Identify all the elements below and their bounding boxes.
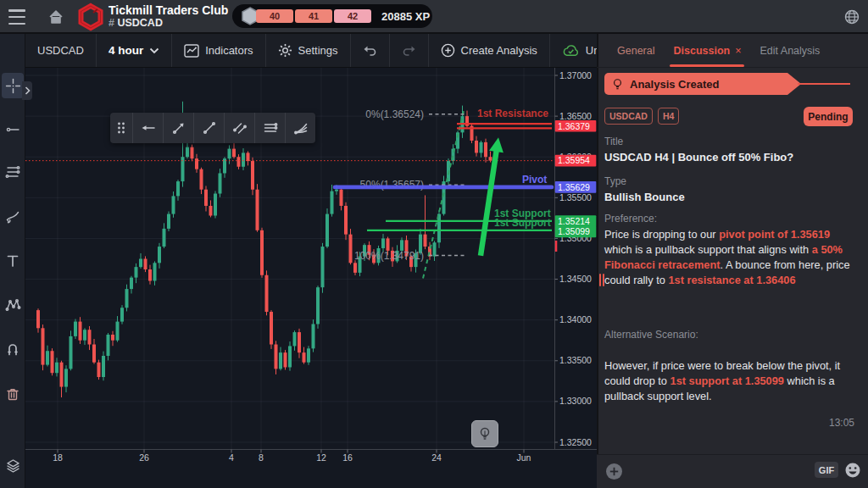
menu-icon[interactable] xyxy=(8,9,25,25)
pattern-tool[interactable] xyxy=(2,292,24,318)
undo-icon xyxy=(363,44,377,57)
symbol-button[interactable]: USDCAD xyxy=(25,34,97,67)
panel-scroll-indicator xyxy=(599,274,601,286)
undo-button[interactable] xyxy=(351,34,390,67)
indicators-icon xyxy=(184,44,199,58)
level-1st-resistance[interactable]: 1st Resistance xyxy=(457,108,552,129)
axis-alert-marker xyxy=(555,241,558,252)
banner-label: Analysis Created xyxy=(630,78,720,91)
channel-name: USDCAD xyxy=(117,17,162,29)
svg-text:Pivot: Pivot xyxy=(522,174,547,186)
svg-text:26: 26 xyxy=(139,452,149,463)
emoji-icon[interactable] xyxy=(844,462,861,479)
svg-text:100%(1.34791): 100%(1.34791) xyxy=(354,250,424,262)
price-tag-1.35629: 1.35629 xyxy=(555,181,597,193)
level-1st-support[interactable]: 1st Support xyxy=(367,217,552,230)
fib-retracement-tool-button[interactable] xyxy=(254,113,285,143)
price-tag-1.35214: 1.35214 xyxy=(555,215,597,227)
svg-text:1st Support: 1st Support xyxy=(494,217,551,229)
gear-icon xyxy=(278,43,292,58)
channel-hash: # xyxy=(108,17,114,29)
parallel-channel-tool-button[interactable] xyxy=(224,113,254,143)
svg-text:24: 24 xyxy=(431,452,442,463)
globe-icon[interactable] xyxy=(843,8,860,25)
workspace-title: Tickmill Traders Club # USDCAD xyxy=(108,3,228,29)
brush-tool[interactable] xyxy=(2,203,24,229)
floating-draw-toolbar xyxy=(110,113,315,143)
tab-general[interactable]: General xyxy=(617,34,654,67)
settings-label: Settings xyxy=(298,44,338,57)
fib-lines-tool[interactable] xyxy=(2,159,24,185)
lightbulb-icon xyxy=(478,426,492,441)
preference-label: Preference: xyxy=(604,213,657,225)
tab-discussion[interactable]: Discussion× xyxy=(673,34,741,67)
trend-arrow-tool-button[interactable] xyxy=(163,113,193,143)
alternative-label: Alternative Scenario: xyxy=(604,329,698,341)
gif-button[interactable]: GIF xyxy=(815,462,838,478)
svg-text:1.34500: 1.34500 xyxy=(559,274,592,284)
indicators-button[interactable]: Indicators xyxy=(172,34,265,67)
analysis-type: Bullish Bounce xyxy=(604,191,685,203)
app-window: Tickmill Traders Club # USDCAD 404142 20… xyxy=(0,0,868,488)
plus-circle-icon[interactable] xyxy=(605,463,623,480)
tab-edit-analysis[interactable]: Edit Analysis xyxy=(760,34,820,67)
ray-tool-button[interactable] xyxy=(132,113,163,143)
chevron-down-icon xyxy=(149,47,159,54)
drag-handle[interactable] xyxy=(110,113,132,143)
text-tool[interactable] xyxy=(2,248,24,274)
xp-badge-41: 41 xyxy=(295,9,332,23)
preference-text: Price is dropping to our pivot point of … xyxy=(604,227,855,288)
drawing-tools-sidebar xyxy=(0,34,25,488)
xp-badge-42: 42 xyxy=(334,9,371,23)
price-tag-1.35954: 1.35954 xyxy=(555,155,597,167)
svg-text:1.37000: 1.37000 xyxy=(559,70,592,80)
svg-text:1.33500: 1.33500 xyxy=(559,355,592,365)
analysis-badges: USDCADH4 xyxy=(604,108,684,125)
create-analysis-label: Create Analysis xyxy=(461,44,537,57)
banner-line xyxy=(798,83,850,85)
trend-line-drawing[interactable] xyxy=(423,111,464,278)
redo-button[interactable] xyxy=(390,34,429,67)
trash-tool[interactable] xyxy=(2,381,24,407)
tab-close-icon[interactable]: × xyxy=(735,34,741,67)
svg-text:1.35099: 1.35099 xyxy=(558,226,590,236)
analysis-title: USDCAD H4 | Bounce off 50% Fibo? xyxy=(604,151,855,164)
panel-tab-bar: GeneralDiscussion×Edit Analysis xyxy=(597,34,868,68)
settings-button[interactable]: Settings xyxy=(266,34,351,67)
xp-total: 20885 XP xyxy=(381,10,430,23)
status-badge[interactable]: Pending xyxy=(804,107,853,126)
timeframe-label: 4 hour xyxy=(108,44,143,57)
svg-text:1.33000: 1.33000 xyxy=(559,396,592,406)
trend-line-tool[interactable] xyxy=(2,117,24,142)
svg-text:1.35214: 1.35214 xyxy=(558,216,590,226)
timeframe-badge: H4 xyxy=(658,108,679,125)
redo-icon xyxy=(402,44,416,57)
timeframe-dropdown[interactable]: 4 hour xyxy=(97,34,172,67)
crosshair-tool[interactable] xyxy=(2,73,24,98)
idea-lightbulb-button[interactable] xyxy=(471,420,498,447)
fib-fan-tool-button[interactable] xyxy=(285,113,315,143)
chart-toolbar: USDCAD 4 hour Indicators Settings Create… xyxy=(25,34,597,68)
svg-text:Jun: Jun xyxy=(517,452,531,463)
svg-text:1.34000: 1.34000 xyxy=(559,314,592,324)
svg-text:1.35629: 1.35629 xyxy=(558,182,590,192)
analysis-created-banner: Analysis Created xyxy=(604,73,787,95)
panel-scroll-indicator xyxy=(603,274,604,286)
svg-text:18: 18 xyxy=(53,452,63,463)
xp-badge-40: 40 xyxy=(256,9,293,23)
trend-line-tool-button[interactable] xyxy=(193,113,224,143)
title-label: Title xyxy=(604,136,623,147)
svg-text:1.36500: 1.36500 xyxy=(559,111,592,121)
home-icon[interactable] xyxy=(47,8,64,25)
timestamp: 13:05 xyxy=(766,417,854,429)
create-analysis-button[interactable]: Create Analysis xyxy=(429,34,550,67)
magnet-tool[interactable] xyxy=(2,336,24,362)
layers-tool[interactable] xyxy=(2,453,24,479)
svg-text:8: 8 xyxy=(259,452,264,463)
club-title: Tickmill Traders Club xyxy=(108,3,228,17)
tickmill-logo xyxy=(76,3,105,31)
indicators-label: Indicators xyxy=(205,44,253,57)
svg-text:12: 12 xyxy=(316,452,326,463)
price-tag-1.36379: 1.36379 xyxy=(555,120,597,132)
plus-circle-icon xyxy=(441,43,455,58)
